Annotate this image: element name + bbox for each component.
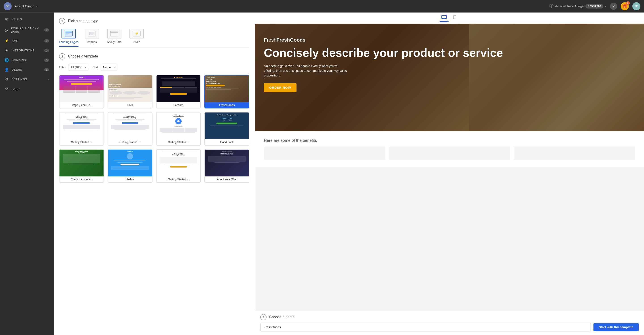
template-thumb-hamster: CRAZY HAMSTERSFIGHTING [60,150,104,176]
sidebar-item-popups[interactable]: ◎ Popups & Sticky Bars 0 [0,24,54,36]
template-thumb-freshgoods: FreshGoods Conciselydescribe yourproduct… [205,75,249,102]
traffic-chevron-icon[interactable]: ▾ [605,5,606,8]
wizard-left-panel: 1 Pick a content type La [54,12,255,335]
svg-rect-2 [66,33,70,34]
template-name-dark: About Your Offer [205,176,249,182]
tab-amp[interactable]: ⚡ AMP [128,28,146,47]
amp-icon: ⚡ [4,39,9,43]
sidebar-item-label: AMP [12,39,18,42]
template-card-forward[interactable]: ▶ FORWARD [156,75,201,108]
template-card-gs2[interactable]: This is yourPrimary Heading. Getting Sta… [108,112,152,146]
sidebar-item-label: Labs [12,87,20,90]
preview-bottom: Here are some of the benefits [255,131,644,167]
svg-text:⚡: ⚡ [134,32,139,35]
template-card-gs1[interactable]: This is yourPrimary Heading. Getting Sta… [59,112,104,146]
tab-sticky-bars[interactable]: Sticky Bars [105,28,123,47]
sidebar-item-labs[interactable]: ⚗ Labs [0,84,54,94]
template-name-gs2: Getting Started ... [108,139,152,145]
template-name-harbor: Harbor [108,176,152,182]
mobile-preview-btn[interactable] [450,14,459,22]
client-avatar: DE [4,2,12,10]
template-thumb-gs2: This is yourPrimary Heading. [108,112,152,139]
sort-select-wrapper: Name [100,64,118,70]
traffic-label: Account Traffic Usage [555,4,584,8]
svg-rect-10 [442,16,446,18]
preview-headline: Concisely describe your product or servi… [264,46,635,59]
svg-rect-3 [66,34,68,35]
integrations-badge: 0 [44,49,49,52]
template-card-freshgoods[interactable]: FreshGoods Conciselydescribe yourproduct… [204,75,249,108]
user-avatar[interactable]: JE [632,2,640,10]
step1-circle: 1 [59,18,65,24]
svg-point-14 [454,18,455,19]
sidebar-item-label: Integrations [12,49,35,52]
tab-popups[interactable]: Popups [83,28,101,47]
traffic-info: ⓘ Account Traffic Usage 0 / 500,000 ▾ [550,4,606,8]
filter-select-wrapper: All (100) [68,64,88,70]
popups-badge: 0 [44,28,49,32]
amp-badge: 0 [44,39,49,42]
template-name-hamster: Crazy Hamsters... [60,176,104,182]
step3-title: Choose a name [269,315,294,319]
sidebar-item-label: Domains [12,58,26,62]
preview-cta-button[interactable]: ORDER NOW [264,83,296,92]
template-card-hamster[interactable]: CRAZY HAMSTERSFIGHTING Crazy Hamsters... [59,149,104,183]
step1-header: 1 Pick a content type [59,18,249,24]
traffic-badge: 0 / 500,000 [586,4,603,8]
top-bar-right: ⓘ Account Traffic Usage 0 / 500,000 ▾ ? … [550,2,640,10]
client-chevron-icon[interactable]: ▾ [36,5,38,8]
info-icon: ⓘ [550,4,554,8]
wizard-right-panel: FreshFreshGoods Concisely describe your … [255,12,644,335]
step3-header: 3 Choose a name [260,314,639,320]
step2-circle: 2 [59,53,65,60]
template-thumb-gs1: This is yourPrimary Heading. [60,112,104,139]
filter-select[interactable]: All (100) [68,64,88,70]
popups-icon: ◎ [4,28,8,32]
template-card-fitspo[interactable]: FITSPO Fitspo (Lea [59,75,104,108]
step3-circle: 3 [260,314,266,320]
tab-landing-pages[interactable]: Landing Pages [59,28,78,47]
gift-button[interactable]: 🎁 5 [621,2,629,10]
sidebar-item-settings[interactable]: ⚙ Settings ▾ [0,74,54,84]
template-card-goodbank[interactable]: Get The Lowest Mortgage Rate. 2.99% 3.5%… [204,112,249,146]
template-card-dark[interactable]: A close, concise headline about yourprod… [204,149,249,183]
sidebar-item-integrations[interactable]: ✦ Integrations 0 [0,46,54,55]
template-card-gs4[interactable]: This is yourPrimary Heading. Getting Sta… [156,149,201,183]
client-name-link[interactable]: Default Client [14,4,34,8]
amp-tab-label: AMP [134,40,140,44]
template-name-forward: Forward [156,102,200,108]
page-name-input[interactable] [260,323,591,332]
template-grid: FITSPO Fitspo (Lea [59,75,249,183]
filter-label: Filter [59,66,66,69]
preview-text-content: FreshFreshGoods Concisely describe your … [255,24,644,101]
template-thumb-flora: Beautiful FloralArrangements How It Work… [108,75,152,102]
desktop-preview-btn[interactable] [440,14,448,22]
start-template-button[interactable]: Start with this template [594,323,639,331]
svg-rect-7 [110,31,118,33]
step2-title: Choose a template [68,54,98,58]
template-name-goodbank: Good Bank [205,139,249,145]
sticky-bars-icon [107,28,122,38]
sort-select[interactable]: Name [100,64,118,70]
content-area: 1 Pick a content type La [54,12,644,335]
name-row: Start with this template [260,323,639,332]
landing-pages-label: Landing Pages [59,40,78,44]
labs-icon: ⚗ [4,87,9,91]
template-name-gs4: Getting Started ... [156,176,200,182]
preview-toolbar [255,12,644,24]
template-card-harbor[interactable]: HARBOR Harbor [108,149,152,183]
template-card-flora[interactable]: Beautiful FloralArrangements How It Work… [108,75,152,108]
sidebar-item-amp[interactable]: ⚡ AMP 0 [0,36,54,46]
settings-chevron-icon: ▾ [48,78,49,81]
amp-tab-icon: ⚡ [130,28,144,38]
template-card-gs3[interactable]: This is yourPrimary Heading. Product Ben… [156,112,201,146]
sidebar-item-pages[interactable]: ⊞ Pages [0,14,54,24]
template-thumb-gs4: This is yourPrimary Heading. [156,150,200,176]
sidebar-item-users[interactable]: 👤 Users 1 [0,65,54,74]
wizard-area: 1 Pick a content type La [54,12,644,335]
template-name-gs3: Getting Started ... [156,139,200,145]
help-button[interactable]: ? [610,3,617,10]
sidebar-item-domains[interactable]: 🌐 Domains 0 [0,55,54,65]
template-name-freshgoods: FreshGoods [205,102,249,108]
pages-icon: ⊞ [4,17,9,21]
